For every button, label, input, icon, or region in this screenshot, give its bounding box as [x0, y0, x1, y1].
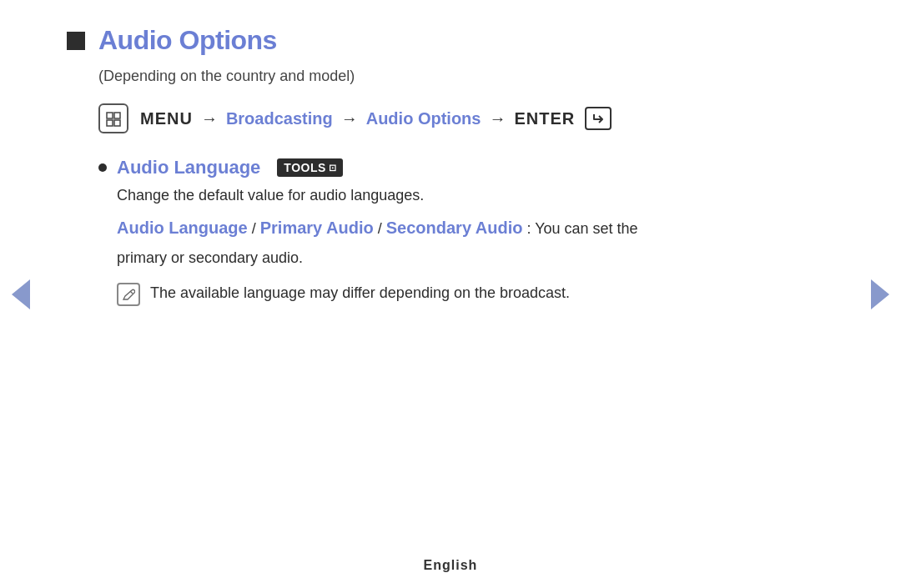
svg-rect-3: [114, 120, 120, 126]
slash-2: /: [378, 220, 382, 237]
audio-language-label[interactable]: Audio Language: [117, 157, 260, 178]
arrow-3: →: [489, 109, 506, 128]
broadcasting-link[interactable]: Broadcasting: [226, 109, 333, 128]
footer-language: English: [424, 558, 478, 573]
note-row: The available language may differ depend…: [117, 282, 834, 306]
note-text: The available language may differ depend…: [150, 282, 570, 304]
tools-badge-text: TOOLS: [284, 161, 325, 174]
main-content: Audio Options (Depending on the country …: [0, 0, 901, 306]
note-icon: [117, 283, 140, 306]
nav-arrow-left[interactable]: [12, 279, 30, 309]
arrow-2: →: [341, 109, 358, 128]
enter-label: ENTER: [514, 109, 575, 128]
nav-arrow-right[interactable]: [871, 279, 889, 309]
svg-rect-1: [114, 113, 120, 118]
svg-rect-2: [107, 120, 113, 126]
menu-nav: MENU → Broadcasting → Audio Options → EN…: [98, 103, 834, 133]
audio-options-row: Audio Language / Primary Audio / Seconda…: [117, 214, 834, 241]
subtitle: (Depending on the country and model): [98, 68, 834, 85]
arrow-1: →: [201, 109, 218, 128]
tools-badge: TOOLS ⊡: [277, 158, 343, 177]
bullet-dot: [98, 163, 107, 172]
audio-options-link[interactable]: Audio Options: [366, 109, 481, 128]
svg-rect-0: [107, 113, 113, 118]
svg-line-4: [130, 291, 133, 294]
title-icon: [67, 32, 85, 50]
page-title: Audio Options: [98, 25, 277, 56]
options-suffix: : You can set the: [526, 220, 637, 237]
bullet-section: Audio Language TOOLS ⊡ Change the defaul…: [98, 157, 834, 306]
title-row: Audio Options: [67, 25, 834, 56]
audio-options-line2: primary or secondary audio.: [117, 246, 834, 270]
menu-icon: [98, 103, 128, 133]
enter-icon: [585, 107, 612, 130]
primary-audio-link[interactable]: Primary Audio: [260, 219, 374, 237]
tools-badge-icon: ⊡: [329, 163, 337, 173]
audio-lang-link[interactable]: Audio Language: [117, 219, 248, 237]
options-line2-text: primary or secondary audio.: [117, 249, 303, 266]
secondary-audio-link[interactable]: Secondary Audio: [386, 219, 523, 237]
slash-1: /: [252, 220, 256, 237]
description-text: Change the default value for audio langu…: [117, 187, 834, 204]
bullet-row: Audio Language TOOLS ⊡: [98, 157, 834, 178]
menu-label: MENU: [140, 109, 193, 128]
